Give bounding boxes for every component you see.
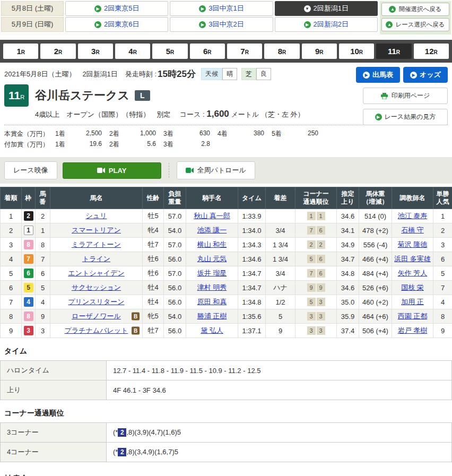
- tab-race-6[interactable]: 6R: [190, 44, 225, 59]
- corner-section-title: コーナー通過順位: [4, 409, 452, 418]
- trainer-link[interactable]: 岩戸 孝樹: [398, 326, 428, 334]
- jockey-cell: 坂井 瑠星: [186, 266, 238, 281]
- tab-race-2[interactable]: 2R: [40, 44, 75, 59]
- race-video-button[interactable]: レース映像: [4, 161, 57, 179]
- horse-link[interactable]: エントシャイデン: [68, 269, 124, 277]
- col-horse-number: 馬 番: [36, 187, 50, 209]
- finish-position: 4: [1, 252, 22, 266]
- tab-race-1[interactable]: 1R: [3, 44, 38, 59]
- winner-highlight: 2: [118, 428, 126, 437]
- race-number-badge: 11R: [4, 84, 29, 107]
- finish-time: 1:34.6: [238, 252, 266, 266]
- jockey-link[interactable]: 原田 和真: [197, 298, 227, 306]
- frame-cell: 4: [22, 295, 36, 309]
- trainer-link[interactable]: 矢作 芳人: [398, 269, 428, 277]
- horse-link[interactable]: ローザノワール: [72, 312, 121, 320]
- finish-time: 1:33.9: [238, 209, 266, 223]
- sex-age: 牡4: [143, 281, 164, 295]
- finish-position: 6: [1, 281, 22, 295]
- corner-order-cell: 33: [295, 324, 337, 338]
- tab-race-12[interactable]: 12R: [414, 44, 449, 59]
- meeting-nav-left: 5月8日 (土曜) ▶2回東京5日 ▶3回中京1日 ▼2回新潟1日 5月9日 (…: [1, 1, 378, 34]
- win-favorite: 8: [433, 309, 452, 324]
- video-camera-icon: [97, 168, 105, 173]
- corner-order-cell: 76: [295, 223, 337, 238]
- carried-weight: 54.0: [164, 223, 186, 238]
- horse-link[interactable]: プリンスリターン: [68, 298, 124, 306]
- trainer-link[interactable]: 西園 正都: [398, 312, 428, 320]
- horse-link[interactable]: プラチナムバレット: [65, 326, 128, 334]
- jockey-link[interactable]: 丸山 元気: [197, 255, 227, 263]
- horse-link[interactable]: スマートリアン: [72, 226, 121, 234]
- printer-icon: [381, 93, 388, 99]
- entries-button[interactable]: ▶出馬表: [356, 67, 400, 83]
- video-camera-icon: [186, 168, 194, 173]
- trainer-cell: 国枝 栄: [392, 281, 433, 295]
- tab-race-11-active[interactable]: 11R: [376, 44, 411, 59]
- tab-race-4[interactable]: 4R: [115, 44, 150, 59]
- horse-number: 4: [36, 295, 50, 309]
- back-to-race-select-button[interactable]: ▲レース選択へ戻る: [381, 18, 449, 31]
- frame-badge: 5: [24, 283, 33, 292]
- corner-position: 6: [317, 255, 325, 263]
- jockey-link[interactable]: 坂井 瑠星: [197, 269, 227, 277]
- time-table: ハロンタイム 12.7 - 11.4 - 11.8 - 11.9 - 11.5 …: [0, 360, 452, 400]
- trainer-cell: 岩戸 孝樹: [392, 324, 433, 338]
- tab-race-8[interactable]: 8R: [264, 44, 299, 59]
- meeting-link-niigata2[interactable]: ▶2回新潟2日: [275, 17, 378, 32]
- horse-link[interactable]: トライン: [82, 255, 110, 263]
- trainer-link[interactable]: 石橋 守: [401, 226, 424, 234]
- col-trainer: 調教師名: [392, 187, 433, 209]
- jockey-link[interactable]: 横山 和生: [197, 240, 227, 248]
- corner4-row: 4コーナー (*2,8)(3,4,9)(1,6,7)5: [1, 443, 452, 462]
- meeting-link-chukyo2[interactable]: ▶3回中京2日: [170, 17, 273, 32]
- jockey-link[interactable]: 秋山 真一郎: [194, 212, 230, 220]
- carried-weight: 56.0: [164, 281, 186, 295]
- horse-link[interactable]: サクセッション: [72, 283, 121, 291]
- jockey-link[interactable]: 勝浦 正樹: [197, 312, 227, 320]
- horse-link[interactable]: シュリ: [86, 212, 107, 220]
- tab-race-10[interactable]: 10R: [339, 44, 374, 59]
- patrol-video-button[interactable]: 全周パトロール: [177, 161, 255, 179]
- last-3f: 34.1: [337, 223, 359, 238]
- race-date: 2021年5月8日（土曜） 2回新潟1日: [4, 70, 118, 79]
- trainer-link[interactable]: 菊沢 隆徳: [398, 240, 428, 248]
- jockey-link[interactable]: 池添 謙一: [197, 226, 227, 234]
- last-3f: 34.6: [337, 209, 359, 223]
- sex-age: 牡6: [143, 252, 164, 266]
- tab-race-9[interactable]: 9R: [302, 44, 337, 59]
- trainer-link[interactable]: 池江 泰寿: [398, 212, 428, 220]
- col-win-favorite: 単勝 人気: [433, 187, 452, 209]
- trainer-link[interactable]: 浜田 多実雄: [394, 255, 431, 263]
- back-to-meeting-select-button[interactable]: ▲開催選択へ戻る: [381, 3, 449, 16]
- sex-age: 牡7: [143, 238, 164, 252]
- meeting-link-tokyo6[interactable]: ▶2回東京6日: [65, 17, 168, 32]
- tab-race-5[interactable]: 5R: [152, 44, 187, 59]
- last-3f: 34.7: [337, 252, 359, 266]
- trainer-link[interactable]: 国枝 栄: [401, 283, 424, 291]
- jockey-link[interactable]: 津村 明秀: [197, 283, 227, 291]
- added-prize-line: 付加賞（万円） 1着19.6 2着5.6 3着2.8: [4, 140, 448, 149]
- meeting-link-tokyo5[interactable]: ▶2回東京5日: [65, 1, 168, 16]
- odds-button[interactable]: ▶オッズ: [403, 67, 448, 83]
- meeting-link-chukyo1[interactable]: ▶3回中京1日: [170, 1, 273, 16]
- horse-number: 6: [36, 266, 50, 281]
- col-carried-weight: 負担 重量: [164, 187, 186, 209]
- jockey-link[interactable]: 黛 弘人: [201, 326, 223, 334]
- horse-link[interactable]: ミラアイトーン: [72, 240, 121, 248]
- play-button[interactable]: PLAY: [63, 162, 161, 179]
- trainer-cell: 菊沢 隆徳: [392, 238, 433, 252]
- start-time-label: 発走時刻 :: [125, 70, 157, 79]
- link-arrow-icon: ▶: [363, 72, 370, 79]
- tab-race-3[interactable]: 3R: [78, 44, 113, 59]
- frame-badge: 6: [24, 269, 33, 278]
- meeting-nav: 5月8日 (土曜) ▶2回東京5日 ▶3回中京1日 ▼2回新潟1日 5月9日 (…: [0, 0, 452, 36]
- print-page-button[interactable]: 印刷用ページ: [363, 88, 448, 104]
- tab-race-7[interactable]: 7R: [227, 44, 262, 59]
- selected-arrow-icon: ▼: [304, 5, 311, 12]
- result-guide-button[interactable]: ▶レース結果の見方: [363, 109, 448, 125]
- col-corner-order: コーナー 通過順位: [295, 187, 337, 209]
- trainer-link[interactable]: 加用 正: [401, 298, 424, 306]
- meeting-link-niigata1-active[interactable]: ▼2回新潟1日: [275, 1, 378, 16]
- corner-order-cell: 33: [295, 309, 337, 324]
